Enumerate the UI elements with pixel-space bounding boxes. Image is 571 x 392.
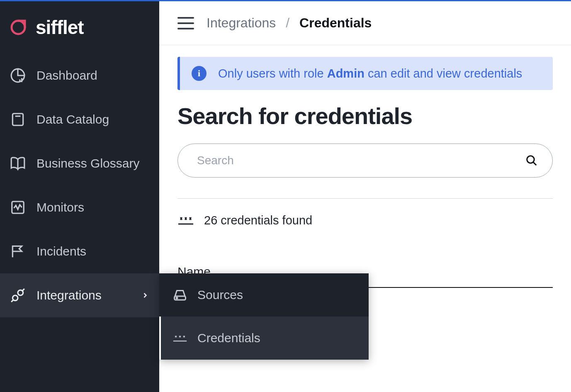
- svg-point-0: [12, 21, 25, 34]
- submenu-item-sources[interactable]: Sources: [159, 273, 369, 317]
- sidebar-item-label: Monitors: [36, 200, 84, 214]
- drive-icon: [173, 287, 187, 302]
- alert-suffix: can edit and view credentials: [364, 67, 522, 80]
- pie-chart-icon: [10, 68, 26, 83]
- submenu-item-label: Credentials: [197, 331, 260, 345]
- sidebar-item-data-catalog[interactable]: Data Catalog: [0, 97, 159, 141]
- alert-text: Only users with role Admin can edit and …: [218, 67, 522, 80]
- svg-point-12: [176, 297, 177, 299]
- sidebar: sifflet Dashboard Data Catalog: [0, 1, 159, 392]
- sidebar-item-label: Business Glossary: [36, 156, 139, 170]
- sidebar-item-dashboard[interactable]: Dashboard: [0, 54, 159, 97]
- page-title: Search for credentials: [177, 102, 553, 129]
- svg-point-8: [18, 290, 23, 295]
- sidebar-item-incidents[interactable]: Incidents: [0, 229, 159, 273]
- svg-line-9: [11, 300, 13, 302]
- submenu-item-label: Sources: [197, 288, 243, 302]
- divider: [177, 198, 553, 199]
- menu-toggle-button[interactable]: [177, 17, 194, 29]
- alert-role: Admin: [327, 67, 364, 80]
- topbar: Integrations / Credentials: [159, 1, 571, 45]
- flag-icon: [10, 243, 26, 259]
- sidebar-item-label: Incidents: [36, 244, 86, 258]
- book-icon: [10, 112, 26, 127]
- breadcrumb: Integrations / Credentials: [207, 15, 372, 31]
- svg-rect-3: [12, 114, 23, 126]
- sidebar-item-label: Data Catalog: [36, 112, 109, 127]
- svg-point-20: [527, 156, 535, 163]
- breadcrumb-separator: /: [286, 15, 289, 31]
- integrations-submenu: Sources Credentials: [159, 273, 369, 360]
- plug-icon: [10, 287, 26, 303]
- chevron-right-icon: [141, 291, 149, 299]
- results-count-row: 26 credentials found: [177, 214, 553, 227]
- password-icon: [177, 216, 194, 226]
- search-field-wrapper: [177, 144, 553, 178]
- svg-point-7: [12, 295, 18, 301]
- sifflet-logo-icon: [8, 17, 28, 37]
- info-alert: i Only users with role Admin can edit an…: [177, 57, 553, 90]
- brand-logo[interactable]: sifflet: [0, 1, 159, 54]
- app-root: sifflet Dashboard Data Catalog: [0, 0, 571, 392]
- activity-icon: [10, 200, 26, 215]
- search-icon[interactable]: [525, 154, 538, 167]
- svg-line-10: [22, 289, 24, 291]
- sidebar-nav: Dashboard Data Catalog Business Glossary: [0, 54, 159, 317]
- sidebar-item-integrations[interactable]: Integrations Sources: [0, 273, 159, 317]
- sidebar-item-business-glossary[interactable]: Business Glossary: [0, 141, 159, 185]
- breadcrumb-parent[interactable]: Integrations: [207, 15, 276, 31]
- info-icon: i: [192, 66, 207, 81]
- svg-line-21: [533, 162, 537, 166]
- sidebar-item-monitors[interactable]: Monitors: [0, 185, 159, 229]
- results-count-text: 26 credentials found: [204, 214, 312, 227]
- breadcrumb-current: Credentials: [299, 15, 372, 31]
- sidebar-item-label: Integrations: [36, 288, 102, 302]
- password-icon: [173, 331, 187, 346]
- submenu-item-credentials[interactable]: Credentials: [159, 317, 369, 360]
- search-input[interactable]: [177, 144, 553, 178]
- alert-prefix: Only users with role: [218, 67, 327, 80]
- open-book-icon: [10, 156, 26, 171]
- sidebar-item-label: Dashboard: [36, 68, 97, 83]
- brand-name: sifflet: [36, 16, 84, 39]
